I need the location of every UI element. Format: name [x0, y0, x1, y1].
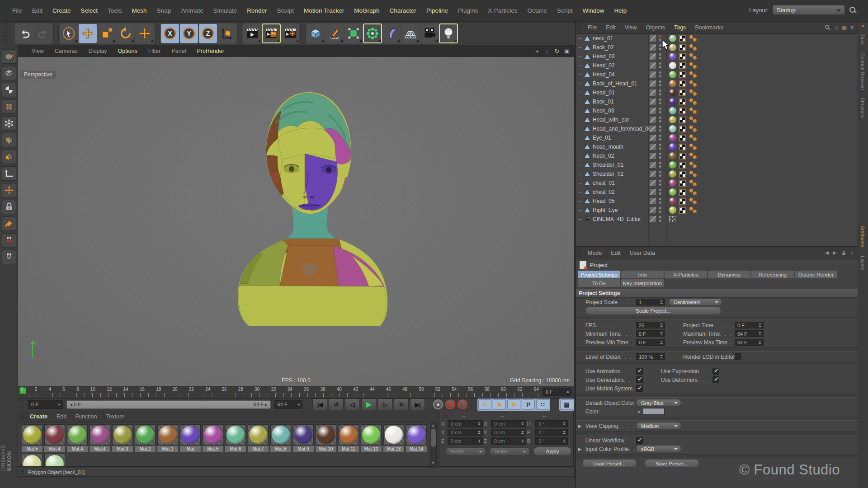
dropdown-medium[interactable]: Medium — [636, 422, 681, 430]
visibility-dots[interactable] — [659, 180, 661, 186]
tab-info[interactable]: Info — [621, 271, 664, 278]
render-visibility-dot[interactable] — [659, 66, 661, 68]
render-visibility-dot[interactable] — [659, 75, 661, 77]
phong-tag[interactable] — [689, 107, 697, 114]
expand-arrow[interactable]: ▶ — [578, 447, 583, 451]
key-position-button[interactable]: + — [478, 399, 491, 410]
phong-tag[interactable] — [689, 125, 697, 132]
enable-toggle[interactable] — [650, 126, 656, 132]
render-view-button[interactable] — [243, 24, 261, 43]
attr-menu-edit[interactable]: Edit — [606, 249, 625, 258]
record-question-button[interactable]: ? — [458, 399, 467, 409]
menu-x-particles[interactable]: X-Particles — [483, 5, 522, 16]
material-swatch-mat-6-9[interactable]: Mat.6 — [225, 424, 246, 452]
enable-toggle[interactable] — [650, 180, 656, 186]
uvw-tag[interactable] — [679, 162, 686, 169]
uvw-tag[interactable] — [679, 180, 686, 187]
last-tool-button[interactable] — [136, 24, 154, 43]
transport-grip[interactable] — [19, 399, 24, 409]
light-button[interactable] — [439, 24, 458, 43]
viewport-dolly-icon[interactable]: ↕ — [543, 48, 551, 55]
axis-x-button[interactable]: X — [161, 24, 179, 43]
menu-snap[interactable]: Snap — [152, 5, 176, 16]
section-header[interactable]: Project Settings — [576, 289, 858, 298]
render-visibility-dot[interactable] — [659, 129, 661, 131]
menu-mesh[interactable]: Mesh — [127, 5, 152, 16]
viewport-canvas[interactable]: y Perspective FPS : 100.0 Grid Spacing :… — [18, 57, 574, 386]
coordinate-space-select[interactable]: World — [446, 447, 486, 455]
menu-character[interactable]: Character — [385, 5, 421, 16]
enable-toggle[interactable] — [650, 216, 656, 222]
visibility-dots[interactable] — [659, 117, 661, 122]
tab-content-browser[interactable]: Content Browser — [860, 53, 865, 90]
object-row-shoulder-01[interactable]: Shoulder_01 — [576, 160, 858, 169]
uvw-tag[interactable] — [679, 35, 686, 42]
object-row-chest-01[interactable]: chest_01 — [576, 178, 858, 188]
editor-visibility-dot[interactable] — [659, 99, 661, 101]
enable-toggle[interactable] — [650, 108, 656, 114]
phong-tag[interactable] — [689, 188, 697, 196]
field-minimum-time[interactable]: 0 F — [636, 330, 665, 337]
uvw-tag[interactable] — [679, 44, 686, 51]
undo-button[interactable] — [15, 24, 33, 43]
render-settings-button[interactable] — [262, 24, 280, 43]
render-visibility-dot[interactable] — [659, 202, 661, 204]
play-forward-button[interactable]: ↻ — [394, 399, 409, 410]
preview-range-slider[interactable]: ◂ 0 F 64 F ▸ — [66, 400, 270, 409]
material-swatch-mat-3-4[interactable]: Mat.3 — [112, 424, 133, 452]
view-label[interactable]: Perspective — [20, 70, 56, 79]
menu-window[interactable]: Window — [578, 5, 609, 16]
render-visibility-dot[interactable] — [659, 192, 661, 195]
material-swatch-mat-13-16[interactable]: Mat.13 — [383, 424, 404, 452]
render-visibility-dot[interactable] — [659, 147, 661, 150]
phong-tag[interactable] — [689, 170, 697, 178]
material-menu-edit[interactable]: Edit — [52, 412, 71, 421]
key-parameter-button[interactable]: P — [522, 399, 535, 410]
expand-arrow[interactable]: ▶ — [578, 424, 583, 428]
phong-tag[interactable] — [689, 197, 697, 205]
search-icon[interactable] — [849, 6, 856, 14]
phong-tag[interactable] — [689, 98, 697, 105]
editor-visibility-dot[interactable] — [659, 108, 661, 110]
visibility-dots[interactable] — [659, 135, 661, 141]
viewport-menu-prorender[interactable]: ProRender — [191, 47, 229, 56]
material-tag[interactable] — [669, 80, 676, 87]
material-tag[interactable] — [669, 89, 676, 96]
render-team-button[interactable] — [281, 24, 299, 43]
field-fps[interactable]: 25 — [636, 322, 665, 328]
phong-tag[interactable] — [689, 143, 697, 150]
material-tag[interactable] — [669, 62, 676, 69]
material-menu-create[interactable]: Create — [25, 412, 52, 421]
attr-menu-icon[interactable]: ≡ — [851, 250, 854, 256]
object-row-nose-mouth[interactable]: Nose_mouth — [576, 142, 858, 151]
texture-mode-button[interactable] — [2, 83, 16, 97]
menu-mograph[interactable]: MoGraph — [349, 5, 384, 16]
prev-frame-button[interactable]: ◁ — [345, 399, 360, 410]
status-grip[interactable] — [19, 469, 24, 475]
object-row-head-and-forehead-06[interactable]: Head_and_forehead_06 — [576, 124, 858, 133]
rotation-field-B[interactable]: 0 ° — [535, 437, 568, 445]
object-row-eye-01[interactable]: Eye_01 — [576, 133, 858, 142]
visibility-dots[interactable] — [659, 126, 661, 131]
key-scale-button[interactable]: ■ — [493, 399, 506, 410]
field-preview-min-time[interactable]: 0 F — [636, 339, 665, 346]
editor-visibility-dot[interactable] — [659, 162, 661, 164]
tab-layers[interactable]: Layers — [860, 256, 865, 271]
axis-y-button[interactable]: Y — [180, 24, 198, 43]
menu-script[interactable]: Script — [552, 5, 578, 16]
object-row-neck-02[interactable]: Neck_02 — [576, 151, 858, 160]
uvw-tag[interactable] — [679, 71, 686, 78]
color-swatch[interactable] — [643, 408, 665, 415]
viewport-menu-filter[interactable]: Filter — [143, 47, 166, 56]
viewport-pan-icon[interactable]: + — [533, 48, 541, 55]
rotation-field-P[interactable]: 0 ° — [535, 429, 568, 436]
material-scrollbar[interactable]: ▲ ▼ — [430, 423, 437, 465]
material-tag[interactable] — [669, 125, 676, 132]
field-project-scale[interactable]: 1 — [636, 299, 665, 305]
render-visibility-dot[interactable] — [659, 93, 661, 95]
uvw-tag[interactable] — [679, 198, 686, 205]
viewport-menu-panel[interactable]: Panel — [166, 47, 191, 56]
checkbox-use-generators[interactable]: ✓ — [636, 376, 643, 383]
phong-tag[interactable] — [689, 134, 697, 141]
editor-visibility-dot[interactable] — [659, 71, 661, 74]
